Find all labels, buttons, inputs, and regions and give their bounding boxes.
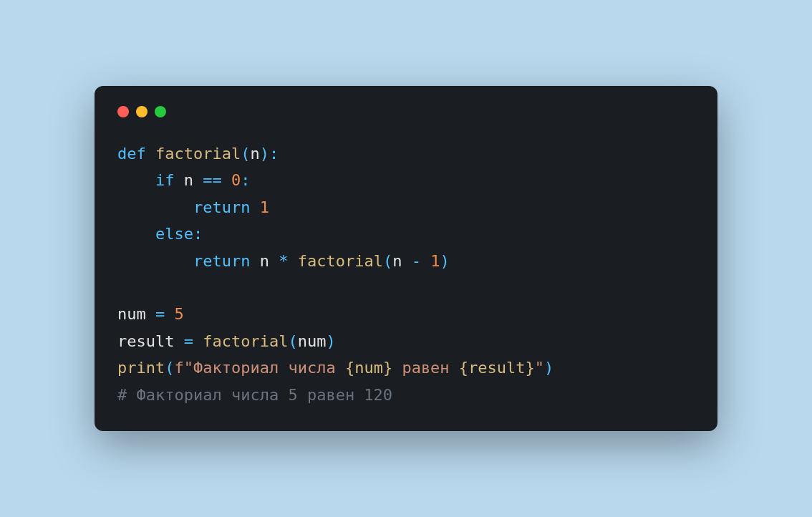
maximize-icon[interactable] <box>155 106 166 117</box>
code-token: return <box>193 252 250 270</box>
code-token: else <box>155 225 193 243</box>
code-token <box>117 225 155 243</box>
code-token: ( <box>165 359 174 377</box>
code-token: ) <box>326 332 335 350</box>
code-token: = <box>184 332 193 350</box>
code-token: result <box>117 332 184 350</box>
code-token: n <box>250 252 279 270</box>
code-token: ) <box>440 252 449 270</box>
code-token <box>421 252 430 270</box>
code-token: if <box>155 171 175 189</box>
minimize-icon[interactable] <box>136 106 148 117</box>
code-token: - <box>412 252 421 270</box>
code-token: n <box>392 252 412 270</box>
code-token: 0 <box>231 171 241 189</box>
code-token: = <box>155 305 165 323</box>
window-titlebar <box>117 106 695 117</box>
code-token <box>250 198 259 216</box>
close-icon[interactable] <box>117 106 129 117</box>
code-block: def factorial(n): if n == 0: return 1 el… <box>117 140 695 408</box>
code-token <box>288 252 297 270</box>
code-token: равен <box>392 359 459 377</box>
code-token: return <box>193 198 250 216</box>
code-token: factorial <box>203 332 288 350</box>
code-window: def factorial(n): if n == 0: return 1 el… <box>95 86 717 431</box>
code-token: print <box>117 359 165 377</box>
code-token <box>117 252 193 270</box>
code-token <box>117 171 155 189</box>
code-token: {num} <box>345 359 392 377</box>
code-token: ( <box>241 145 250 163</box>
code-token: f"Факториал числа <box>174 359 344 377</box>
code-token: == <box>203 171 222 189</box>
code-token: 5 <box>174 305 183 323</box>
code-token: ( <box>288 332 297 350</box>
code-token: : <box>193 225 203 243</box>
code-token: " <box>535 359 544 377</box>
code-token <box>117 198 193 216</box>
code-token: ) <box>544 359 554 377</box>
code-token <box>222 171 231 189</box>
code-token: {result} <box>459 359 535 377</box>
code-token: num <box>117 305 155 323</box>
code-token: ( <box>383 252 392 270</box>
code-token: ): <box>260 145 279 163</box>
code-token <box>193 332 203 350</box>
code-token: * <box>279 252 288 270</box>
code-token: factorial <box>155 145 241 163</box>
code-token: factorial <box>298 252 383 270</box>
code-token: 1 <box>260 198 269 216</box>
code-token: def <box>117 145 146 163</box>
code-token: n <box>250 145 259 163</box>
code-token: n <box>174 171 203 189</box>
code-token <box>165 305 174 323</box>
code-token: : <box>241 171 250 189</box>
code-token <box>146 145 155 163</box>
code-token: num <box>298 332 327 350</box>
code-token: # Факториал числа 5 равен 120 <box>117 386 392 404</box>
code-token: 1 <box>430 252 440 270</box>
